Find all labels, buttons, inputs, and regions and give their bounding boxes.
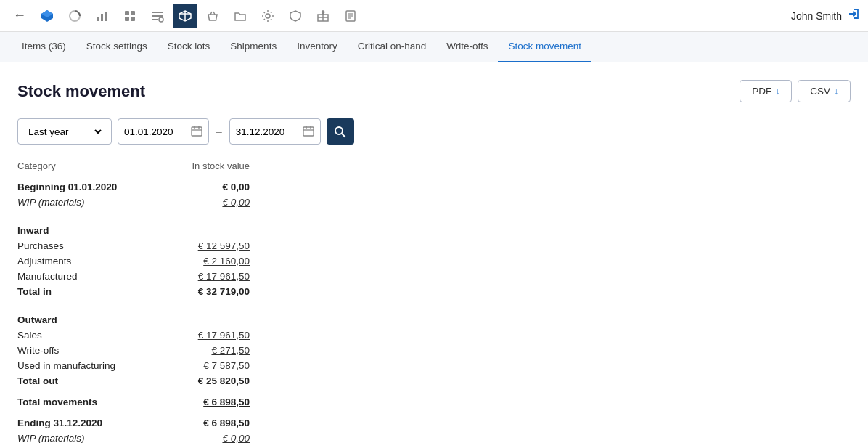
nav-stock-settings[interactable]: Stock settings [76,32,157,62]
row-label: Write-offs [17,345,59,356]
row-value: € 32 719,00 [184,286,250,297]
logout-icon[interactable] [846,7,861,25]
row-label: Total movements [17,397,97,407]
table-row-inward-head: Inward [17,223,250,238]
table-row: Used in manufacturing € 7 587,50 [17,358,250,373]
col-value-label: In stock value [192,160,250,171]
calendar-to-icon[interactable] [303,125,314,139]
box-active-icon[interactable] [173,4,197,28]
user-area[interactable]: John Smith [791,7,861,25]
svg-rect-9 [131,17,135,21]
table-row: Sales € 17 961,50 [17,328,250,343]
date-to-input[interactable] [236,126,298,137]
spinner-icon[interactable] [62,4,87,28]
search-icon [334,126,346,138]
shield-icon[interactable] [283,4,308,28]
row-label: Sales [17,330,42,341]
chart-icon[interactable] [90,4,115,28]
date-from-input[interactable] [124,126,187,137]
row-label: Purchases [17,240,64,251]
svg-rect-25 [192,127,202,136]
table-row: Write-offs € 271,50 [17,343,250,358]
col-category-label: Category [17,160,56,171]
logo-icon[interactable] [35,4,60,28]
row-value[interactable]: € 0,00 [184,433,250,443]
user-name: John Smith [791,10,842,22]
period-dropdown[interactable]: Last year This year Custom [25,126,104,138]
svg-rect-5 [105,12,107,21]
table-row-wip-end: WIP (materials) € 0,00 [17,431,250,443]
export-pdf-button[interactable]: PDF ↓ [740,80,792,102]
row-value[interactable]: € 7 587,50 [184,360,250,371]
nav-stock-movement[interactable]: Stock movement [498,32,591,62]
row-value[interactable]: € 0,00 [184,197,250,208]
row-label: Outward [17,314,57,325]
nav-items[interactable]: Items (36) [12,32,76,62]
row-value: € 0,00 [184,182,250,192]
main-content: Stock movement PDF ↓ CSV ↓ Last year Thi… [0,62,868,443]
row-label: Total out [17,375,58,386]
grid-icon[interactable] [118,4,142,28]
date-to-wrap [229,118,321,145]
svg-rect-3 [97,17,99,21]
folder-icon[interactable] [228,4,253,28]
row-value: € 25 820,50 [184,375,250,386]
back-icon[interactable]: ← [7,4,32,28]
table-row: Manufactured € 17 961,50 [17,269,250,284]
table-row-total-in: Total in € 32 719,00 [17,284,250,299]
nav-inventory[interactable]: Inventory [287,32,348,62]
row-value [184,225,250,236]
settings-gear-icon[interactable] [255,4,280,28]
svg-point-17 [266,14,270,18]
period-select[interactable]: Last year This year Custom [17,118,112,145]
table-header: Category In stock value [17,159,250,176]
export-csv-button[interactable]: CSV ↓ [798,80,851,102]
svg-rect-8 [125,17,129,21]
row-label: Total in [17,286,52,297]
search-button[interactable] [327,118,354,145]
csv-label: CSV [810,86,830,97]
nav-stock-lots[interactable]: Stock lots [157,32,221,62]
pdf-down-icon: ↓ [775,86,779,97]
row-value[interactable]: € 2 160,00 [184,256,250,267]
nav-write-offs[interactable]: Write-offs [436,32,498,62]
doc-icon[interactable] [338,4,363,28]
row-value[interactable]: € 17 961,50 [184,271,250,282]
svg-point-33 [335,127,343,134]
svg-rect-29 [303,127,314,136]
basket-icon[interactable] [200,4,225,28]
csv-down-icon: ↓ [834,86,838,97]
table-row: WIP (materials) € 0,00 [17,195,250,210]
row-label: Beginning 01.01.2020 [17,182,117,192]
row-label: Adjustments [17,256,71,267]
page-title: Stock movement [17,82,145,101]
row-label: Inward [17,225,49,236]
gift-icon[interactable] [311,4,335,28]
nav-shipments[interactable]: Shipments [220,32,287,62]
nav-critical-on-hand[interactable]: Critical on-hand [348,32,437,62]
table-row: Beginning 01.01.2020 € 0,00 [17,179,250,195]
table-row: Purchases € 12 597,50 [17,238,250,253]
row-label: Manufactured [17,271,78,282]
list-settings-icon[interactable] [145,4,170,28]
svg-line-34 [342,134,345,137]
top-bar-icons: ← [7,4,787,28]
top-bar: ← [0,0,868,32]
svg-rect-7 [131,11,135,15]
row-value[interactable]: € 6 898,50 [184,397,250,407]
table-row-ending: Ending 31.12.2020 € 6 898,50 [17,415,250,431]
second-nav: Items (36) Stock settings Stock lots Shi… [0,32,868,62]
row-value[interactable]: € 12 597,50 [184,240,250,251]
row-value[interactable]: € 271,50 [184,345,250,356]
row-value: € 6 898,50 [184,418,250,428]
svg-point-13 [159,17,163,22]
page-title-row: Stock movement PDF ↓ CSV ↓ [17,80,851,102]
export-buttons: PDF ↓ CSV ↓ [740,80,851,102]
row-label: Ending 31.12.2020 [17,418,102,428]
row-label: WIP (materials) [17,197,85,208]
pdf-label: PDF [752,86,771,97]
row-value[interactable]: € 17 961,50 [184,330,250,341]
calendar-from-icon[interactable] [191,125,202,139]
date-separator: – [216,126,222,137]
filter-row: Last year This year Custom – [17,118,851,145]
